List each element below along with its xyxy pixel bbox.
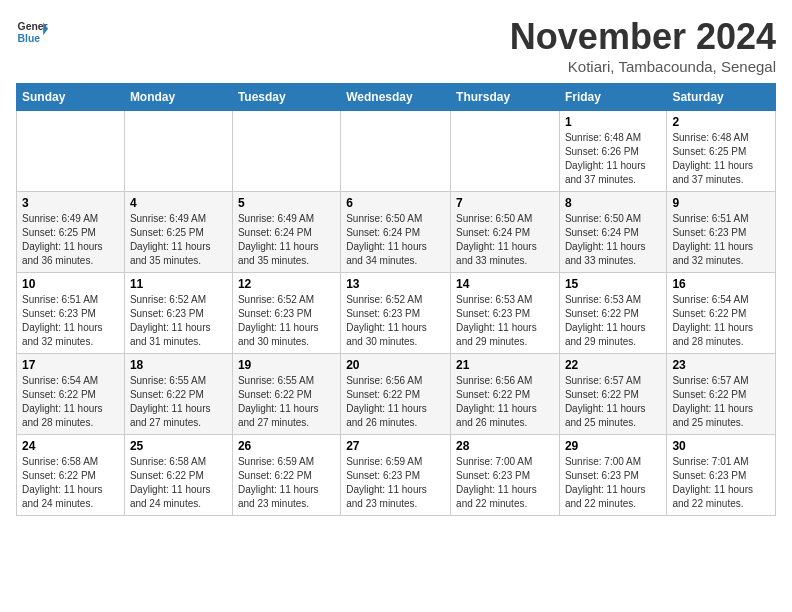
day-header-monday: Monday (124, 84, 232, 111)
day-info: Sunrise: 6:50 AM Sunset: 6:24 PM Dayligh… (346, 212, 445, 268)
calendar-week-3: 10Sunrise: 6:51 AM Sunset: 6:23 PM Dayli… (17, 273, 776, 354)
day-info: Sunrise: 7:00 AM Sunset: 6:23 PM Dayligh… (565, 455, 661, 511)
day-number: 3 (22, 196, 119, 210)
calendar-cell: 8Sunrise: 6:50 AM Sunset: 6:24 PM Daylig… (559, 192, 666, 273)
day-number: 16 (672, 277, 770, 291)
calendar-week-1: 1Sunrise: 6:48 AM Sunset: 6:26 PM Daylig… (17, 111, 776, 192)
day-header-saturday: Saturday (667, 84, 776, 111)
calendar-cell (232, 111, 340, 192)
calendar-cell: 21Sunrise: 6:56 AM Sunset: 6:22 PM Dayli… (451, 354, 560, 435)
calendar-cell: 18Sunrise: 6:55 AM Sunset: 6:22 PM Dayli… (124, 354, 232, 435)
day-number: 7 (456, 196, 554, 210)
day-info: Sunrise: 6:53 AM Sunset: 6:23 PM Dayligh… (456, 293, 554, 349)
calendar-cell: 3Sunrise: 6:49 AM Sunset: 6:25 PM Daylig… (17, 192, 125, 273)
calendar-cell (341, 111, 451, 192)
calendar-week-2: 3Sunrise: 6:49 AM Sunset: 6:25 PM Daylig… (17, 192, 776, 273)
day-info: Sunrise: 6:51 AM Sunset: 6:23 PM Dayligh… (22, 293, 119, 349)
day-info: Sunrise: 6:59 AM Sunset: 6:22 PM Dayligh… (238, 455, 335, 511)
calendar-cell: 23Sunrise: 6:57 AM Sunset: 6:22 PM Dayli… (667, 354, 776, 435)
day-info: Sunrise: 6:55 AM Sunset: 6:22 PM Dayligh… (238, 374, 335, 430)
day-info: Sunrise: 6:54 AM Sunset: 6:22 PM Dayligh… (672, 293, 770, 349)
day-number: 11 (130, 277, 227, 291)
day-info: Sunrise: 7:00 AM Sunset: 6:23 PM Dayligh… (456, 455, 554, 511)
logo-icon: General Blue (16, 16, 48, 48)
calendar-cell: 13Sunrise: 6:52 AM Sunset: 6:23 PM Dayli… (341, 273, 451, 354)
calendar-cell (124, 111, 232, 192)
calendar-cell: 19Sunrise: 6:55 AM Sunset: 6:22 PM Dayli… (232, 354, 340, 435)
logo: General Blue (16, 16, 48, 48)
day-number: 6 (346, 196, 445, 210)
day-number: 21 (456, 358, 554, 372)
calendar-cell: 20Sunrise: 6:56 AM Sunset: 6:22 PM Dayli… (341, 354, 451, 435)
day-number: 19 (238, 358, 335, 372)
calendar-header-row: SundayMondayTuesdayWednesdayThursdayFrid… (17, 84, 776, 111)
day-number: 1 (565, 115, 661, 129)
day-info: Sunrise: 6:59 AM Sunset: 6:23 PM Dayligh… (346, 455, 445, 511)
day-info: Sunrise: 6:49 AM Sunset: 6:25 PM Dayligh… (22, 212, 119, 268)
day-header-tuesday: Tuesday (232, 84, 340, 111)
calendar-cell: 26Sunrise: 6:59 AM Sunset: 6:22 PM Dayli… (232, 435, 340, 516)
calendar-week-4: 17Sunrise: 6:54 AM Sunset: 6:22 PM Dayli… (17, 354, 776, 435)
location-subtitle: Kotiari, Tambacounda, Senegal (510, 58, 776, 75)
day-info: Sunrise: 6:48 AM Sunset: 6:26 PM Dayligh… (565, 131, 661, 187)
day-info: Sunrise: 6:56 AM Sunset: 6:22 PM Dayligh… (346, 374, 445, 430)
calendar-cell: 2Sunrise: 6:48 AM Sunset: 6:25 PM Daylig… (667, 111, 776, 192)
day-number: 24 (22, 439, 119, 453)
day-info: Sunrise: 6:58 AM Sunset: 6:22 PM Dayligh… (22, 455, 119, 511)
calendar-cell: 15Sunrise: 6:53 AM Sunset: 6:22 PM Dayli… (559, 273, 666, 354)
day-info: Sunrise: 6:57 AM Sunset: 6:22 PM Dayligh… (565, 374, 661, 430)
day-number: 8 (565, 196, 661, 210)
day-info: Sunrise: 6:56 AM Sunset: 6:22 PM Dayligh… (456, 374, 554, 430)
day-number: 20 (346, 358, 445, 372)
day-number: 28 (456, 439, 554, 453)
day-number: 15 (565, 277, 661, 291)
day-info: Sunrise: 6:57 AM Sunset: 6:22 PM Dayligh… (672, 374, 770, 430)
day-info: Sunrise: 6:50 AM Sunset: 6:24 PM Dayligh… (565, 212, 661, 268)
calendar-cell (451, 111, 560, 192)
day-number: 12 (238, 277, 335, 291)
calendar-cell: 17Sunrise: 6:54 AM Sunset: 6:22 PM Dayli… (17, 354, 125, 435)
day-info: Sunrise: 6:48 AM Sunset: 6:25 PM Dayligh… (672, 131, 770, 187)
day-header-friday: Friday (559, 84, 666, 111)
day-info: Sunrise: 6:50 AM Sunset: 6:24 PM Dayligh… (456, 212, 554, 268)
day-number: 13 (346, 277, 445, 291)
day-number: 25 (130, 439, 227, 453)
day-info: Sunrise: 6:52 AM Sunset: 6:23 PM Dayligh… (346, 293, 445, 349)
calendar-cell: 30Sunrise: 7:01 AM Sunset: 6:23 PM Dayli… (667, 435, 776, 516)
day-number: 5 (238, 196, 335, 210)
day-info: Sunrise: 6:49 AM Sunset: 6:24 PM Dayligh… (238, 212, 335, 268)
day-number: 14 (456, 277, 554, 291)
day-info: Sunrise: 6:51 AM Sunset: 6:23 PM Dayligh… (672, 212, 770, 268)
calendar-cell: 5Sunrise: 6:49 AM Sunset: 6:24 PM Daylig… (232, 192, 340, 273)
header: General Blue November 2024 Kotiari, Tamb… (16, 16, 776, 75)
day-number: 4 (130, 196, 227, 210)
calendar-cell: 12Sunrise: 6:52 AM Sunset: 6:23 PM Dayli… (232, 273, 340, 354)
month-title: November 2024 (510, 16, 776, 58)
calendar-cell: 1Sunrise: 6:48 AM Sunset: 6:26 PM Daylig… (559, 111, 666, 192)
calendar-cell: 28Sunrise: 7:00 AM Sunset: 6:23 PM Dayli… (451, 435, 560, 516)
calendar-cell: 22Sunrise: 6:57 AM Sunset: 6:22 PM Dayli… (559, 354, 666, 435)
calendar-cell: 7Sunrise: 6:50 AM Sunset: 6:24 PM Daylig… (451, 192, 560, 273)
day-info: Sunrise: 7:01 AM Sunset: 6:23 PM Dayligh… (672, 455, 770, 511)
day-number: 10 (22, 277, 119, 291)
day-number: 17 (22, 358, 119, 372)
calendar-cell: 14Sunrise: 6:53 AM Sunset: 6:23 PM Dayli… (451, 273, 560, 354)
day-number: 9 (672, 196, 770, 210)
calendar-cell: 9Sunrise: 6:51 AM Sunset: 6:23 PM Daylig… (667, 192, 776, 273)
day-number: 2 (672, 115, 770, 129)
day-info: Sunrise: 6:53 AM Sunset: 6:22 PM Dayligh… (565, 293, 661, 349)
calendar-cell (17, 111, 125, 192)
calendar-week-5: 24Sunrise: 6:58 AM Sunset: 6:22 PM Dayli… (17, 435, 776, 516)
day-info: Sunrise: 6:54 AM Sunset: 6:22 PM Dayligh… (22, 374, 119, 430)
day-info: Sunrise: 6:58 AM Sunset: 6:22 PM Dayligh… (130, 455, 227, 511)
calendar-cell: 25Sunrise: 6:58 AM Sunset: 6:22 PM Dayli… (124, 435, 232, 516)
day-info: Sunrise: 6:52 AM Sunset: 6:23 PM Dayligh… (238, 293, 335, 349)
calendar-cell: 16Sunrise: 6:54 AM Sunset: 6:22 PM Dayli… (667, 273, 776, 354)
calendar-cell: 24Sunrise: 6:58 AM Sunset: 6:22 PM Dayli… (17, 435, 125, 516)
calendar-cell: 11Sunrise: 6:52 AM Sunset: 6:23 PM Dayli… (124, 273, 232, 354)
day-info: Sunrise: 6:55 AM Sunset: 6:22 PM Dayligh… (130, 374, 227, 430)
calendar-cell: 4Sunrise: 6:49 AM Sunset: 6:25 PM Daylig… (124, 192, 232, 273)
day-number: 29 (565, 439, 661, 453)
calendar-body: 1Sunrise: 6:48 AM Sunset: 6:26 PM Daylig… (17, 111, 776, 516)
day-header-thursday: Thursday (451, 84, 560, 111)
